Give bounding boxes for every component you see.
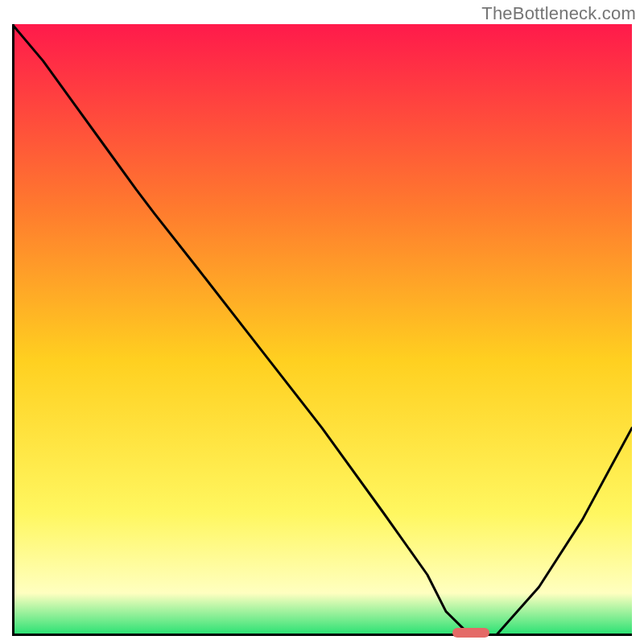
watermark-text: TheBottleneck.com bbox=[481, 3, 636, 24]
optimum-marker bbox=[452, 628, 489, 638]
x-axis bbox=[12, 634, 632, 636]
plot-svg bbox=[12, 24, 632, 636]
chart-stage: TheBottleneck.com bbox=[0, 0, 644, 644]
gradient-background bbox=[12, 24, 632, 636]
plot-area bbox=[12, 24, 632, 636]
y-axis bbox=[12, 24, 14, 636]
